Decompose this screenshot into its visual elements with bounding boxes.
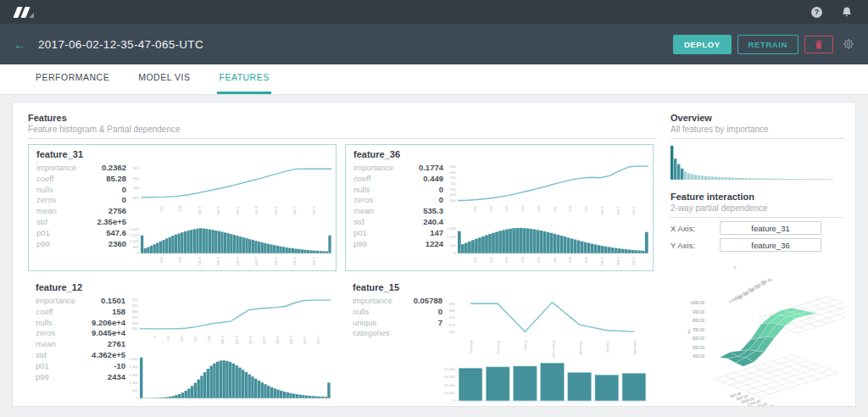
svg-text:550: 550 [450, 198, 457, 203]
feature-stats: importance0.1501coeff158nulls9.206e+4zer… [36, 293, 125, 402]
stat-row: zeros0 [353, 195, 443, 206]
svg-text:0: 0 [137, 251, 140, 255]
svg-text:800: 800 [178, 206, 182, 213]
top-navbar: ? [0, 0, 868, 24]
svg-text:600: 600 [159, 206, 164, 213]
stat-row: mean2761 [36, 339, 125, 350]
stat-row: importance0.1774 [353, 163, 443, 174]
svg-text:900.00: 900.00 [693, 310, 704, 314]
svg-text:1,000: 1,000 [129, 381, 139, 385]
partial-dependence-chart: 8508007507006506005502003004005006007008… [443, 160, 652, 223]
x-axis-label: X Axis: [670, 224, 720, 233]
svg-text:Y: Y [733, 265, 737, 270]
trash-icon [814, 39, 824, 50]
tab-features[interactable]: FEATURES [217, 72, 270, 94]
svg-text:Z: Z [687, 329, 690, 334]
stat-row: p992434 [36, 372, 125, 383]
svg-text:1,800: 1,800 [274, 206, 278, 215]
svg-text:Wednesday: Wednesday [552, 341, 556, 358]
svg-text:2,200: 2,200 [303, 336, 307, 345]
svg-text:400: 400 [504, 257, 509, 264]
main-content: Features Feature histogram & Partial dep… [0, 95, 868, 417]
svg-text:600: 600 [450, 192, 457, 197]
svg-text:0: 0 [454, 251, 457, 255]
svg-text:700: 700 [553, 257, 557, 264]
svg-text:1,200: 1,200 [632, 257, 636, 266]
svg-text:900: 900 [584, 257, 588, 264]
svg-text:1,400: 1,400 [236, 257, 240, 266]
svg-text:400: 400 [180, 336, 184, 342]
model-header: ← 2017-06-02-12-35-47-065-UTC DEPLOY RET… [0, 24, 868, 64]
retrain-button[interactable]: RETRAIN [737, 35, 798, 54]
svg-text:600: 600 [537, 257, 541, 264]
stat-row: nulls0 [36, 185, 126, 196]
svg-text:1,600: 1,600 [254, 257, 259, 266]
feature-card-feature_36: feature_36 importance0.1774coeff0.449nul… [345, 144, 654, 271]
svg-text:2,200: 2,200 [312, 257, 316, 266]
svg-text:400: 400 [504, 206, 509, 213]
stat-row: coeff0.449 [353, 174, 443, 185]
svg-text:700: 700 [450, 181, 457, 186]
svg-text:0: 0 [453, 398, 456, 402]
overview-subtitle: All features by importance [670, 123, 843, 139]
feature-cards-grid: feature_31 importance0.2362coeff85.28nul… [28, 144, 657, 402]
svg-text:500: 500 [132, 388, 139, 392]
svg-text:200: 200 [473, 206, 477, 213]
svg-text:800: 800 [450, 170, 457, 175]
stat-row: importance0.2362 [36, 163, 126, 174]
feature-title: feature_15 [353, 282, 646, 292]
svg-text:10,000: 10,000 [444, 391, 456, 395]
x-axis-select[interactable]: feature_31 [720, 221, 821, 235]
feature-stats: importance0.05788nulls0unique7categories [353, 293, 442, 402]
features-section-title: Features [28, 113, 657, 123]
svg-text:690: 690 [132, 303, 139, 308]
feature-card-feature_31: feature_31 importance0.2362coeff85.28nul… [28, 144, 337, 271]
svg-text:680: 680 [449, 309, 456, 313]
partial-dependence-chart: 70069068067066065002004006008001,0001,20… [125, 293, 334, 353]
settings-gear-icon[interactable] [843, 38, 854, 50]
svg-text:900: 900 [133, 166, 140, 170]
back-arrow-icon[interactable]: ← [14, 37, 26, 52]
svg-text:2,000: 2,000 [292, 206, 297, 215]
svg-text:800: 800 [207, 336, 211, 342]
app-logo[interactable] [15, 7, 34, 18]
y-axis-select[interactable]: feature_36 [720, 238, 821, 252]
feature-title: feature_12 [36, 282, 329, 292]
svg-text:900: 900 [584, 206, 588, 213]
stat-row: std4.362e+5 [36, 350, 125, 361]
delete-button[interactable] [804, 36, 833, 53]
svg-text:2,000: 2,000 [129, 364, 139, 369]
svg-text:1,400: 1,400 [248, 336, 253, 345]
svg-text:400.00: 400.00 [693, 354, 704, 359]
page-title: 2017-06-02-12-35-47-065-UTC [38, 38, 203, 51]
help-icon[interactable]: ? [811, 7, 822, 18]
feature-stats: importance0.1774coeff0.449nulls0zeros0me… [353, 160, 443, 271]
svg-text:600: 600 [537, 206, 541, 213]
histogram-chart: 1,5001,00050002003004005006007008009001,… [443, 223, 652, 271]
feature-card-feature_15: feature_15 importance0.05788nulls0unique… [345, 278, 654, 402]
svg-text:1,000: 1,000 [447, 235, 457, 239]
svg-text:40,000: 40,000 [444, 367, 456, 371]
feature-card-feature_12: feature_12 importance0.1501coeff158nulls… [28, 278, 337, 402]
svg-text:1,600: 1,600 [254, 206, 259, 215]
stat-row: zeros9.045e+4 [36, 328, 125, 339]
svg-text:500.00: 500.00 [693, 346, 704, 350]
svg-text:600: 600 [133, 196, 140, 200]
svg-text:0: 0 [136, 396, 139, 400]
stat-row: p01-10 [36, 361, 125, 372]
deploy-button[interactable]: DEPLOY [673, 35, 732, 54]
tab-model-vis[interactable]: MODEL VIS [136, 72, 192, 94]
feature-title: feature_31 [36, 149, 328, 159]
svg-text:600.00: 600.00 [693, 336, 704, 341]
svg-text:300: 300 [489, 206, 493, 213]
x-axis-row: X Axis: feature_31 [670, 221, 843, 235]
svg-text:1,500: 1,500 [447, 226, 457, 231]
tab-performance[interactable]: PERFORMANCE [34, 72, 111, 94]
features-panel: Features Feature histogram & Partial dep… [12, 102, 856, 407]
bell-icon[interactable] [841, 6, 853, 18]
svg-text:1200.00: 1200.00 [728, 295, 743, 303]
svg-text:1,000: 1,000 [130, 239, 140, 243]
svg-text:1,000: 1,000 [600, 206, 604, 215]
svg-text:1,000: 1,000 [220, 336, 225, 345]
svg-text:700: 700 [133, 186, 140, 190]
